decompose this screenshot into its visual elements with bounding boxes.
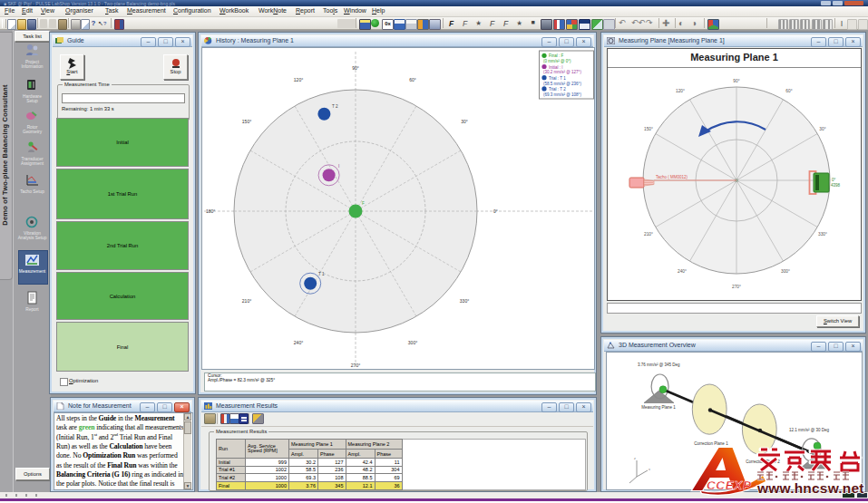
svg-text:T 1: T 1: [318, 272, 325, 276]
svg-text:300°: 300°: [781, 269, 790, 274]
svg-text:210°: 210°: [242, 298, 251, 304]
svg-text:300°: 300°: [408, 340, 417, 345]
svg-text:150°: 150°: [242, 119, 251, 124]
svg-text:Measuring Plane 1: Measuring Plane 1: [641, 405, 676, 410]
svg-text:240°: 240°: [678, 269, 687, 274]
svg-text:0°: 0°: [493, 208, 498, 214]
svg-text:4398: 4398: [831, 183, 841, 188]
svg-text:Final : F: Final : F: [549, 53, 564, 58]
svg-text:T 2: T 2: [332, 104, 338, 109]
svg-text:0°: 0°: [832, 178, 836, 182]
svg-text:www.hncsw.net: www.hncsw.net: [756, 480, 864, 496]
svg-text:60°: 60°: [785, 89, 792, 93]
svg-text:12.1 mm/s² @ 30 Deg: 12.1 mm/s² @ 30 Deg: [789, 428, 830, 432]
svg-text:150°: 150°: [644, 127, 653, 131]
svg-text:3.76 mm/s² @ 345 Deg: 3.76 mm/s² @ 345 Deg: [638, 363, 680, 367]
svg-text:Trial : T 1: Trial : T 1: [549, 76, 566, 81]
svg-text:240°: 240°: [294, 340, 303, 345]
svg-text:120°: 120°: [294, 77, 303, 82]
svg-text:(69.3 mm/s² @ 108°): (69.3 mm/s² @ 108°): [543, 92, 581, 97]
svg-text:I: I: [338, 164, 339, 169]
svg-text:30°: 30°: [819, 127, 825, 131]
svg-text:90°: 90°: [733, 79, 739, 83]
svg-text:210°: 210°: [644, 232, 653, 237]
svg-text:30°: 30°: [461, 119, 468, 124]
svg-text:Tacho ( MM0012): Tacho ( MM0012): [656, 175, 688, 179]
svg-text:F: F: [362, 201, 365, 206]
svg-text:(0 mm/s² @ 0°): (0 mm/s² @ 0°): [543, 59, 571, 63]
svg-text:90°: 90°: [352, 65, 359, 71]
svg-text:x: x: [649, 468, 650, 471]
svg-text:120°: 120°: [676, 89, 685, 93]
svg-text:60°: 60°: [409, 77, 416, 82]
svg-text:CCEXP: CCEXP: [707, 479, 752, 492]
svg-text:180°: 180°: [206, 208, 215, 214]
svg-text:(58.5 mm/s² @ 236°): (58.5 mm/s² @ 236°): [543, 82, 581, 86]
svg-text:Trial : T 2: Trial : T 2: [549, 87, 566, 92]
svg-text:(30.2 mm/s² @ 127°): (30.2 mm/s² @ 127°): [543, 70, 581, 74]
svg-text:330°: 330°: [818, 232, 827, 237]
svg-text:270°: 270°: [732, 285, 741, 289]
svg-text:Initial : I: Initial : I: [549, 65, 563, 70]
svg-text:330°: 330°: [460, 298, 469, 304]
svg-text:z: z: [634, 457, 636, 460]
svg-text:270°: 270°: [351, 363, 360, 368]
